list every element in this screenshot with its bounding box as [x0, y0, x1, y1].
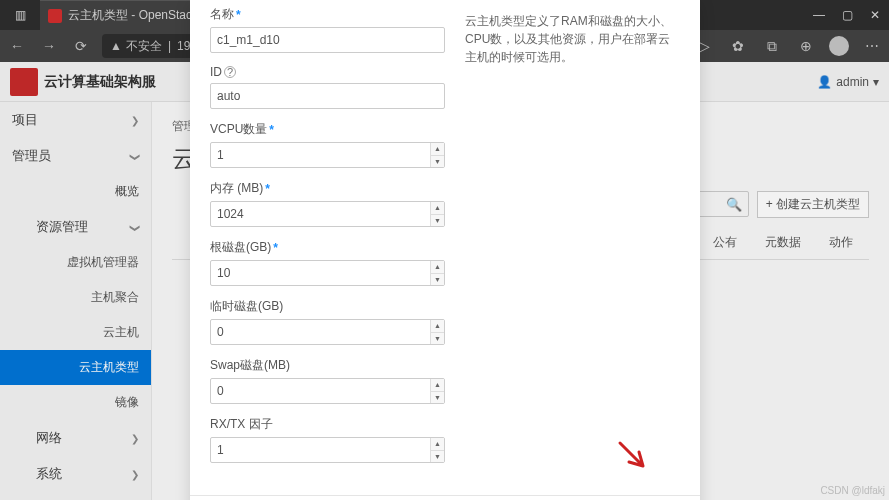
spinner-up-icon[interactable]: ▲ — [431, 143, 444, 156]
close-window-icon[interactable]: ✕ — [861, 8, 889, 22]
spinner-up-icon[interactable]: ▲ — [431, 202, 444, 215]
field-id: ID ? — [210, 65, 445, 109]
help-icon[interactable]: ? — [224, 66, 236, 78]
field-eph: 临时磁盘(GB) ▲▼ — [210, 298, 445, 345]
modal-footer: 取消 创建云主机类型 — [190, 495, 700, 500]
spinner-down-icon[interactable]: ▼ — [431, 274, 444, 286]
label-id: ID — [210, 65, 222, 79]
input-rxtx[interactable] — [210, 437, 445, 463]
label-disk: 根磁盘(GB) — [210, 239, 271, 256]
field-name: 名称 * — [210, 6, 445, 53]
input-ram[interactable] — [210, 201, 445, 227]
label-ram: 内存 (MB) — [210, 180, 263, 197]
watermark: CSDN @ldfakj — [820, 485, 885, 496]
insecure-badge: ▲ 不安全 — [110, 38, 162, 55]
spinner-up-icon[interactable]: ▲ — [431, 320, 444, 333]
refresh-icon[interactable]: ⟳ — [70, 38, 92, 54]
forward-icon[interactable]: → — [38, 38, 60, 54]
minimize-icon[interactable]: — — [805, 8, 833, 22]
modal-form: 名称 * ID ? VCPU数量 * ▲▼ 内存 (MB) * ▲▼ — [210, 6, 445, 475]
required-icon: * — [269, 123, 274, 137]
extensions-icon[interactable]: ✿ — [727, 38, 749, 54]
field-disk: 根磁盘(GB) * ▲▼ — [210, 239, 445, 286]
modal-description: 云主机类型定义了RAM和磁盘的大小、CPU数，以及其他资源，用户在部署云主机的时… — [465, 6, 680, 475]
profile-avatar[interactable] — [829, 36, 849, 56]
spinner-up-icon[interactable]: ▲ — [431, 379, 444, 392]
create-flavor-modal: 名称 * ID ? VCPU数量 * ▲▼ 内存 (MB) * ▲▼ — [190, 0, 700, 500]
spinner-down-icon[interactable]: ▼ — [431, 215, 444, 227]
spinner-down-icon[interactable]: ▼ — [431, 392, 444, 404]
input-name[interactable] — [210, 27, 445, 53]
field-rxtx: RX/TX 因子 ▲▼ — [210, 416, 445, 463]
field-ram: 内存 (MB) * ▲▼ — [210, 180, 445, 227]
back-icon[interactable]: ← — [6, 38, 28, 54]
insecure-label: 不安全 — [126, 38, 162, 55]
field-swap: Swap磁盘(MB) ▲▼ — [210, 357, 445, 404]
input-disk[interactable] — [210, 260, 445, 286]
tab-list-icon[interactable]: ▥ — [0, 8, 40, 22]
spinner-down-icon[interactable]: ▼ — [431, 156, 444, 168]
favicon-icon — [48, 9, 62, 23]
input-id[interactable] — [210, 83, 445, 109]
label-vcpu: VCPU数量 — [210, 121, 267, 138]
input-swap[interactable] — [210, 378, 445, 404]
required-icon: * — [265, 182, 270, 196]
warning-icon: ▲ — [110, 39, 122, 53]
spinner-up-icon[interactable]: ▲ — [431, 438, 444, 451]
spinner-down-icon[interactable]: ▼ — [431, 333, 444, 345]
label-rxtx: RX/TX 因子 — [210, 416, 273, 433]
spinner-down-icon[interactable]: ▼ — [431, 451, 444, 463]
required-icon: * — [236, 8, 241, 22]
sync-icon[interactable]: ⊕ — [795, 38, 817, 54]
input-eph[interactable] — [210, 319, 445, 345]
field-vcpu: VCPU数量 * ▲▼ — [210, 121, 445, 168]
label-name: 名称 — [210, 6, 234, 23]
window-controls: — ▢ ✕ — [805, 8, 889, 22]
input-vcpu[interactable] — [210, 142, 445, 168]
collections-icon[interactable]: ⧉ — [761, 38, 783, 55]
required-icon: * — [273, 241, 278, 255]
maximize-icon[interactable]: ▢ — [833, 8, 861, 22]
more-icon[interactable]: ⋯ — [861, 38, 883, 54]
spinner-up-icon[interactable]: ▲ — [431, 261, 444, 274]
label-swap: Swap磁盘(MB) — [210, 357, 290, 374]
label-eph: 临时磁盘(GB) — [210, 298, 283, 315]
